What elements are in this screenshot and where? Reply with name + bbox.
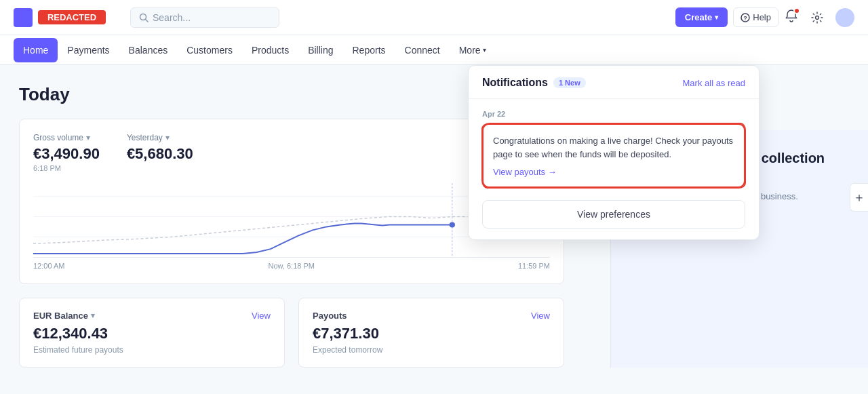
view-payouts-link[interactable]: View payouts → — [493, 167, 557, 177]
nav-item-reports[interactable]: Reports — [343, 38, 395, 62]
eur-balance-value: €12,340.43 — [33, 325, 271, 342]
svg-line-1 — [146, 19, 149, 22]
chevron-down-icon[interactable]: ▾ — [91, 311, 95, 320]
chevron-down-icon[interactable]: ▾ — [86, 133, 90, 142]
question-icon: ? — [741, 13, 750, 22]
nav-item-billing[interactable]: Billing — [298, 38, 342, 62]
eur-balance-sub: Estimated future payouts — [33, 345, 271, 355]
yesterday-block: Yesterday ▾ €5,680.30 — [127, 133, 193, 172]
search-icon — [139, 13, 149, 22]
create-button[interactable]: Create ▾ — [675, 7, 728, 27]
notification-dot — [793, 7, 800, 14]
eur-balance-card: EUR Balance ▾ View €12,340.43 Estimated … — [19, 298, 285, 368]
payouts-card: Payouts View €7,371.30 Expected tomorrow — [298, 298, 564, 368]
topbar-actions: Create ▾ ? Help — [675, 7, 854, 28]
gross-volume-time: 6:18 PM — [33, 164, 100, 172]
view-preferences-button[interactable]: View preferences — [482, 200, 745, 229]
gross-volume-label: Gross volume ▾ — [33, 133, 100, 142]
notif-date: Apr 22 — [482, 110, 745, 118]
chevron-down-icon[interactable]: ▾ — [165, 133, 170, 142]
stripe-icon — [14, 8, 33, 27]
chart-label-end: 11:59 PM — [518, 262, 550, 270]
nav-item-products[interactable]: Products — [242, 38, 298, 62]
search-bar[interactable]: Search... — [130, 7, 279, 28]
new-badge: 1 New — [553, 77, 586, 88]
expand-sidebar-button[interactable]: ＋ — [850, 183, 868, 212]
svg-point-4 — [816, 16, 819, 19]
navbar: Home Payments Balances Customers Product… — [0, 35, 868, 65]
nav-item-balances[interactable]: Balances — [119, 38, 178, 62]
mark-all-read[interactable]: Mark all as read — [683, 78, 745, 88]
logo-area: REDACTED — [14, 8, 106, 27]
chart-labels: 12:00 AM Now, 6:18 PM 11:59 PM — [33, 262, 550, 270]
nav-item-connect[interactable]: Connect — [395, 38, 450, 62]
payouts-label: Payouts — [313, 311, 347, 321]
svg-text:?: ? — [744, 15, 748, 22]
topbar: REDACTED Search... Create ▾ ? Help — [0, 0, 868, 35]
settings-button[interactable] — [804, 7, 830, 28]
nav-item-payments[interactable]: Payments — [58, 38, 119, 62]
notifications-bell[interactable] — [784, 9, 799, 26]
notif-message: Congratulations on making a live charge!… — [493, 134, 734, 161]
notif-header: Notifications 1 New Mark all as read — [469, 66, 759, 99]
balance-header: EUR Balance ▾ View — [33, 311, 271, 321]
gross-volume-value: €3,490.90 — [33, 145, 100, 163]
chart-label-mid: Now, 6:18 PM — [268, 262, 314, 270]
chart-label-start: 12:00 AM — [33, 262, 64, 270]
yesterday-value: €5,680.30 — [127, 145, 193, 163]
search-placeholder: Search... — [153, 12, 191, 23]
chevron-down-icon: ▾ — [483, 46, 486, 54]
notif-body: Apr 22 Congratulations on making a live … — [469, 99, 759, 239]
payouts-header: Payouts View — [313, 311, 550, 321]
eur-balance-view[interactable]: View — [252, 311, 271, 321]
nav-item-more[interactable]: More ▾ — [450, 38, 496, 62]
avatar[interactable] — [835, 8, 854, 27]
notifications-panel: Notifications 1 New Mark all as read Apr… — [468, 65, 760, 240]
notif-title: Notifications 1 New — [482, 77, 586, 89]
nav-item-home[interactable]: Home — [14, 38, 58, 62]
help-button[interactable]: ? Help — [733, 7, 778, 27]
gross-volume-block: Gross volume ▾ €3,490.90 6:18 PM — [33, 133, 100, 172]
eur-balance-label: EUR Balance ▾ — [33, 311, 95, 321]
nav-item-customers[interactable]: Customers — [177, 38, 242, 62]
payouts-sub: Expected tomorrow — [313, 345, 550, 355]
payouts-view[interactable]: View — [531, 311, 550, 321]
yesterday-label: Yesterday ▾ — [127, 133, 193, 142]
balance-row: EUR Balance ▾ View €12,340.43 Estimated … — [19, 298, 564, 368]
notification-card: Congratulations on making a live charge!… — [482, 123, 745, 188]
chevron-down-icon: ▾ — [715, 14, 718, 21]
payouts-value: €7,371.30 — [313, 325, 550, 342]
gear-icon — [811, 12, 823, 24]
brand-name: REDACTED — [38, 10, 106, 24]
